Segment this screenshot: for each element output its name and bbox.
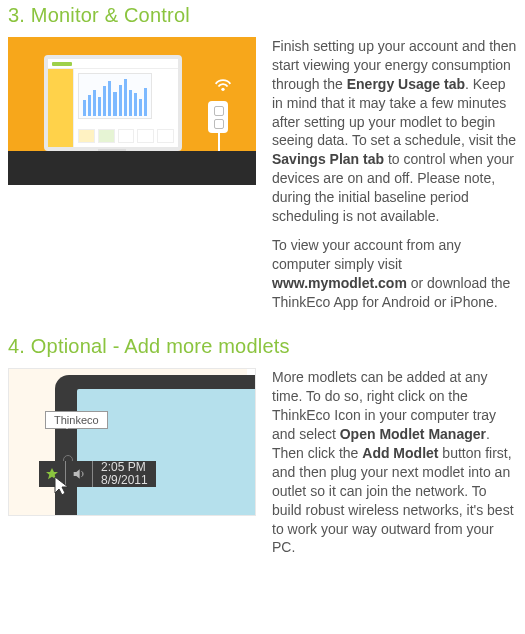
chart-bar — [119, 85, 122, 116]
tablet-screen — [77, 389, 256, 516]
text-run: To view your account from any computer s… — [272, 237, 461, 272]
screen-card — [118, 129, 135, 143]
desk-icon — [8, 151, 256, 185]
chart-bar — [144, 88, 147, 116]
chart-bar — [103, 86, 106, 116]
section-3-heading: 3. Monitor & Control — [8, 4, 517, 27]
section-3: Finish setting up your account and then … — [8, 37, 517, 321]
monitor-icon — [44, 55, 182, 151]
screen-main — [74, 69, 178, 147]
energy-usage-chart — [78, 73, 152, 119]
svg-point-0 — [221, 88, 224, 91]
tray-tooltip: Thinkeco — [45, 411, 108, 429]
chart-bar — [129, 90, 132, 116]
screen-card — [137, 129, 154, 143]
section-3-paragraph-2: To view your account from any computer s… — [272, 236, 517, 312]
chart-bar — [124, 79, 127, 116]
text-run: button first, and then plug your next mo… — [272, 445, 514, 555]
section-4-illustration: Thinkeco 2:05 PM 8/9/2011 — [8, 368, 256, 567]
wifi-signal-icon — [212, 71, 234, 93]
screen-sidebar — [48, 69, 74, 147]
bold-term-energy-usage-tab: Energy Usage tab — [347, 76, 465, 92]
add-modlets-illustration: Thinkeco 2:05 PM 8/9/2011 — [8, 368, 256, 516]
chart-bar — [134, 93, 137, 116]
chart-bar — [108, 81, 111, 116]
mouse-cursor-icon — [53, 475, 71, 497]
section-4-heading: 4. Optional - Add more modlets — [8, 335, 517, 358]
chart-bar — [83, 100, 86, 116]
screen-card — [78, 129, 95, 143]
chart-bar — [113, 92, 116, 116]
bold-term-add-modlet: Add Modlet — [362, 445, 438, 461]
section-3-paragraph-1: Finish setting up your account and then … — [272, 37, 517, 226]
bold-term-open-modlet-manager: Open Modlet Manager — [340, 426, 486, 442]
screen-card — [98, 129, 115, 143]
screen-card — [157, 129, 174, 143]
section-4: Thinkeco 2:05 PM 8/9/2011 M — [8, 368, 517, 567]
tablet-device-icon — [55, 375, 256, 516]
app-logo-icon — [52, 62, 72, 66]
tray-date-text: 8/9/2011 — [101, 474, 148, 487]
section-3-illustration — [8, 37, 256, 321]
chart-bar — [98, 97, 101, 116]
bold-term-savings-plan-tab: Savings Plan tab — [272, 151, 384, 167]
section-3-text: Finish setting up your account and then … — [272, 37, 517, 321]
modlet-outlet-icon — [208, 101, 228, 133]
chart-bar — [88, 95, 91, 116]
bold-term-mymodlet-url: www.mymodlet.com — [272, 275, 407, 291]
chart-bar — [139, 99, 142, 116]
monitor-control-illustration — [8, 37, 256, 185]
section-4-paragraph-1: More modlets can be added at any time. T… — [272, 368, 517, 557]
section-4-text: More modlets can be added at any time. T… — [272, 368, 517, 567]
chart-bar — [93, 90, 96, 116]
tray-clock: 2:05 PM 8/9/2011 — [93, 461, 156, 487]
